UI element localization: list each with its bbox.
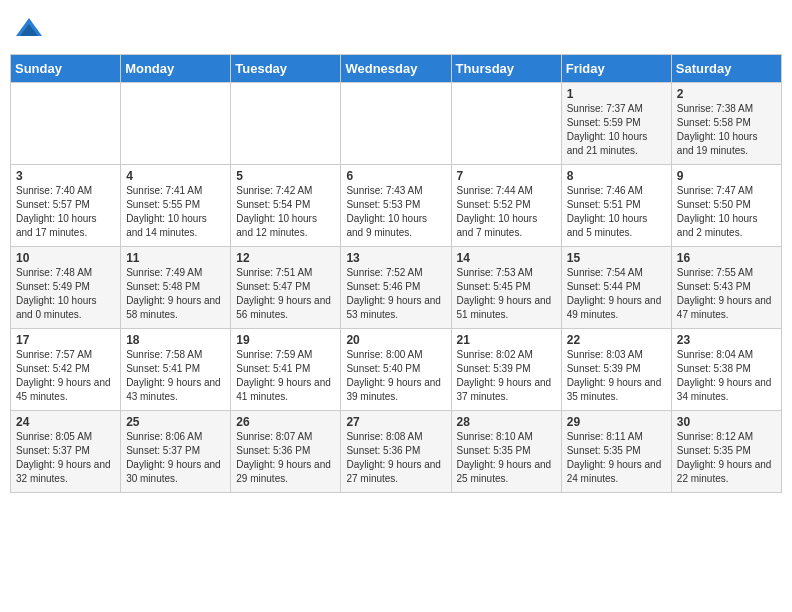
col-header-monday: Monday [121, 55, 231, 83]
calendar-cell: 6Sunrise: 7:43 AMSunset: 5:53 PMDaylight… [341, 165, 451, 247]
cell-info: Sunrise: 7:51 AMSunset: 5:47 PMDaylight:… [236, 266, 335, 322]
calendar-week-row: 17Sunrise: 7:57 AMSunset: 5:42 PMDayligh… [11, 329, 782, 411]
logo [14, 16, 48, 46]
calendar-cell: 1Sunrise: 7:37 AMSunset: 5:59 PMDaylight… [561, 83, 671, 165]
cell-info: Sunrise: 7:59 AMSunset: 5:41 PMDaylight:… [236, 348, 335, 404]
calendar-cell: 16Sunrise: 7:55 AMSunset: 5:43 PMDayligh… [671, 247, 781, 329]
day-number: 16 [677, 251, 776, 265]
calendar-cell: 9Sunrise: 7:47 AMSunset: 5:50 PMDaylight… [671, 165, 781, 247]
day-number: 8 [567, 169, 666, 183]
calendar-cell: 21Sunrise: 8:02 AMSunset: 5:39 PMDayligh… [451, 329, 561, 411]
calendar-cell: 19Sunrise: 7:59 AMSunset: 5:41 PMDayligh… [231, 329, 341, 411]
calendar-cell: 24Sunrise: 8:05 AMSunset: 5:37 PMDayligh… [11, 411, 121, 493]
cell-info: Sunrise: 7:57 AMSunset: 5:42 PMDaylight:… [16, 348, 115, 404]
calendar-cell: 14Sunrise: 7:53 AMSunset: 5:45 PMDayligh… [451, 247, 561, 329]
day-number: 20 [346, 333, 445, 347]
day-number: 12 [236, 251, 335, 265]
day-number: 27 [346, 415, 445, 429]
calendar-cell: 3Sunrise: 7:40 AMSunset: 5:57 PMDaylight… [11, 165, 121, 247]
calendar-cell [121, 83, 231, 165]
day-number: 21 [457, 333, 556, 347]
day-number: 18 [126, 333, 225, 347]
day-number: 25 [126, 415, 225, 429]
day-number: 11 [126, 251, 225, 265]
calendar-cell: 22Sunrise: 8:03 AMSunset: 5:39 PMDayligh… [561, 329, 671, 411]
calendar-week-row: 24Sunrise: 8:05 AMSunset: 5:37 PMDayligh… [11, 411, 782, 493]
day-number: 6 [346, 169, 445, 183]
day-number: 3 [16, 169, 115, 183]
cell-info: Sunrise: 7:55 AMSunset: 5:43 PMDaylight:… [677, 266, 776, 322]
cell-info: Sunrise: 8:07 AMSunset: 5:36 PMDaylight:… [236, 430, 335, 486]
calendar-cell: 7Sunrise: 7:44 AMSunset: 5:52 PMDaylight… [451, 165, 561, 247]
calendar-cell: 25Sunrise: 8:06 AMSunset: 5:37 PMDayligh… [121, 411, 231, 493]
day-number: 1 [567, 87, 666, 101]
calendar-cell: 30Sunrise: 8:12 AMSunset: 5:35 PMDayligh… [671, 411, 781, 493]
cell-info: Sunrise: 8:11 AMSunset: 5:35 PMDaylight:… [567, 430, 666, 486]
day-number: 9 [677, 169, 776, 183]
calendar-cell: 15Sunrise: 7:54 AMSunset: 5:44 PMDayligh… [561, 247, 671, 329]
col-header-tuesday: Tuesday [231, 55, 341, 83]
cell-info: Sunrise: 8:12 AMSunset: 5:35 PMDaylight:… [677, 430, 776, 486]
cell-info: Sunrise: 7:58 AMSunset: 5:41 PMDaylight:… [126, 348, 225, 404]
calendar-cell: 27Sunrise: 8:08 AMSunset: 5:36 PMDayligh… [341, 411, 451, 493]
cell-info: Sunrise: 7:38 AMSunset: 5:58 PMDaylight:… [677, 102, 776, 158]
calendar-week-row: 3Sunrise: 7:40 AMSunset: 5:57 PMDaylight… [11, 165, 782, 247]
col-header-thursday: Thursday [451, 55, 561, 83]
calendar-header-row: SundayMondayTuesdayWednesdayThursdayFrid… [11, 55, 782, 83]
calendar-cell: 4Sunrise: 7:41 AMSunset: 5:55 PMDaylight… [121, 165, 231, 247]
day-number: 22 [567, 333, 666, 347]
calendar-cell: 23Sunrise: 8:04 AMSunset: 5:38 PMDayligh… [671, 329, 781, 411]
cell-info: Sunrise: 7:47 AMSunset: 5:50 PMDaylight:… [677, 184, 776, 240]
logo-icon [14, 16, 44, 46]
cell-info: Sunrise: 7:48 AMSunset: 5:49 PMDaylight:… [16, 266, 115, 322]
col-header-friday: Friday [561, 55, 671, 83]
cell-info: Sunrise: 8:02 AMSunset: 5:39 PMDaylight:… [457, 348, 556, 404]
col-header-saturday: Saturday [671, 55, 781, 83]
day-number: 28 [457, 415, 556, 429]
day-number: 5 [236, 169, 335, 183]
day-number: 30 [677, 415, 776, 429]
cell-info: Sunrise: 7:49 AMSunset: 5:48 PMDaylight:… [126, 266, 225, 322]
calendar-cell: 12Sunrise: 7:51 AMSunset: 5:47 PMDayligh… [231, 247, 341, 329]
calendar-cell: 5Sunrise: 7:42 AMSunset: 5:54 PMDaylight… [231, 165, 341, 247]
cell-info: Sunrise: 7:44 AMSunset: 5:52 PMDaylight:… [457, 184, 556, 240]
cell-info: Sunrise: 7:42 AMSunset: 5:54 PMDaylight:… [236, 184, 335, 240]
cell-info: Sunrise: 7:37 AMSunset: 5:59 PMDaylight:… [567, 102, 666, 158]
calendar-week-row: 1Sunrise: 7:37 AMSunset: 5:59 PMDaylight… [11, 83, 782, 165]
cell-info: Sunrise: 8:04 AMSunset: 5:38 PMDaylight:… [677, 348, 776, 404]
calendar-cell: 20Sunrise: 8:00 AMSunset: 5:40 PMDayligh… [341, 329, 451, 411]
calendar-cell: 17Sunrise: 7:57 AMSunset: 5:42 PMDayligh… [11, 329, 121, 411]
calendar-cell: 13Sunrise: 7:52 AMSunset: 5:46 PMDayligh… [341, 247, 451, 329]
header [10, 10, 782, 46]
day-number: 7 [457, 169, 556, 183]
calendar-cell: 29Sunrise: 8:11 AMSunset: 5:35 PMDayligh… [561, 411, 671, 493]
calendar-cell [231, 83, 341, 165]
day-number: 2 [677, 87, 776, 101]
calendar: SundayMondayTuesdayWednesdayThursdayFrid… [10, 54, 782, 493]
day-number: 14 [457, 251, 556, 265]
calendar-cell: 28Sunrise: 8:10 AMSunset: 5:35 PMDayligh… [451, 411, 561, 493]
day-number: 17 [16, 333, 115, 347]
day-number: 29 [567, 415, 666, 429]
calendar-cell [451, 83, 561, 165]
cell-info: Sunrise: 7:54 AMSunset: 5:44 PMDaylight:… [567, 266, 666, 322]
calendar-cell [11, 83, 121, 165]
calendar-cell: 18Sunrise: 7:58 AMSunset: 5:41 PMDayligh… [121, 329, 231, 411]
cell-info: Sunrise: 7:43 AMSunset: 5:53 PMDaylight:… [346, 184, 445, 240]
calendar-cell: 2Sunrise: 7:38 AMSunset: 5:58 PMDaylight… [671, 83, 781, 165]
col-header-sunday: Sunday [11, 55, 121, 83]
cell-info: Sunrise: 8:03 AMSunset: 5:39 PMDaylight:… [567, 348, 666, 404]
cell-info: Sunrise: 8:00 AMSunset: 5:40 PMDaylight:… [346, 348, 445, 404]
cell-info: Sunrise: 7:52 AMSunset: 5:46 PMDaylight:… [346, 266, 445, 322]
calendar-cell [341, 83, 451, 165]
cell-info: Sunrise: 7:40 AMSunset: 5:57 PMDaylight:… [16, 184, 115, 240]
day-number: 19 [236, 333, 335, 347]
calendar-cell: 26Sunrise: 8:07 AMSunset: 5:36 PMDayligh… [231, 411, 341, 493]
calendar-cell: 11Sunrise: 7:49 AMSunset: 5:48 PMDayligh… [121, 247, 231, 329]
calendar-cell: 8Sunrise: 7:46 AMSunset: 5:51 PMDaylight… [561, 165, 671, 247]
day-number: 15 [567, 251, 666, 265]
cell-info: Sunrise: 7:53 AMSunset: 5:45 PMDaylight:… [457, 266, 556, 322]
day-number: 26 [236, 415, 335, 429]
day-number: 4 [126, 169, 225, 183]
cell-info: Sunrise: 8:10 AMSunset: 5:35 PMDaylight:… [457, 430, 556, 486]
